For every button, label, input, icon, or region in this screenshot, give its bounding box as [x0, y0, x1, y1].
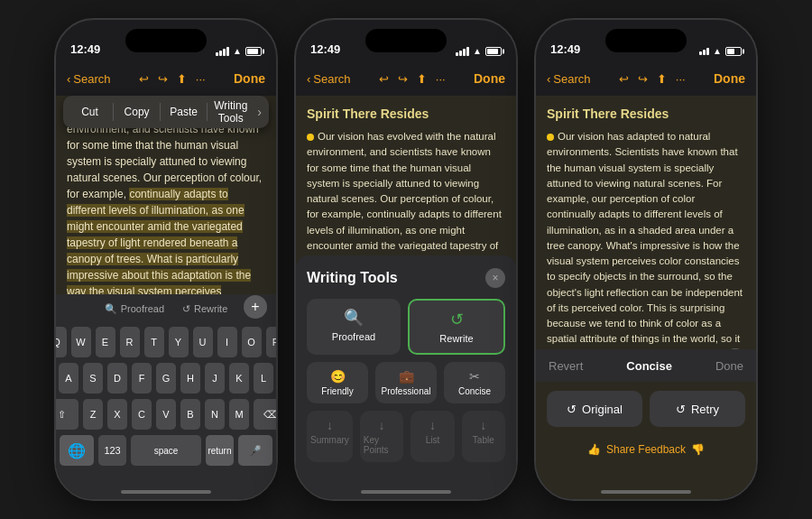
history-back-icon[interactable]: ↩: [139, 72, 149, 86]
proofread-button[interactable]: 🔍 Proofread: [105, 303, 164, 315]
key-k[interactable]: K: [229, 363, 249, 394]
key-p[interactable]: P: [266, 327, 277, 357]
time-3: 12:49: [550, 42, 580, 56]
key-t[interactable]: T: [144, 327, 164, 357]
kbd-row-2: A S D F G H J K L: [60, 363, 272, 394]
rewrite-wt-button[interactable]: ↺ Rewrite: [408, 299, 505, 355]
writing-tools-button[interactable]: Writing Tools: [208, 96, 254, 128]
key-x[interactable]: X: [107, 399, 127, 430]
status-icons-3: ▲: [699, 46, 742, 56]
delete-key[interactable]: ⌫: [254, 399, 276, 430]
kbd-row-4: 🌐 123 space return 🎤: [60, 435, 272, 466]
key-n[interactable]: N: [205, 399, 225, 430]
thumbs-down-icon[interactable]: 👎: [691, 443, 705, 456]
nav-bar-1: ‹ Search ↩ ↪ ⬆ ··· Done: [56, 61, 276, 96]
copy-button[interactable]: Copy: [114, 102, 160, 122]
back-button-2[interactable]: ‹ Search: [307, 72, 351, 86]
key-f[interactable]: F: [132, 363, 152, 394]
key-w[interactable]: W: [71, 327, 91, 357]
done-button-1[interactable]: Done: [234, 71, 265, 86]
return-key[interactable]: return: [206, 435, 234, 466]
professional-button[interactable]: 💼 Professional: [375, 362, 437, 403]
space-key[interactable]: space: [131, 435, 201, 466]
table-icon: ↓: [480, 418, 486, 432]
back-button-1[interactable]: ‹ Search: [67, 72, 111, 86]
original-label: Original: [582, 403, 623, 416]
key-v[interactable]: V: [156, 399, 176, 430]
done-button-2[interactable]: Done: [474, 71, 505, 86]
key-o[interactable]: O: [242, 327, 262, 357]
key-b[interactable]: B: [180, 399, 200, 430]
status-icons-1: ▲: [216, 46, 262, 56]
key-h[interactable]: H: [180, 363, 200, 394]
key-a[interactable]: A: [59, 363, 78, 394]
key-m[interactable]: M: [229, 399, 249, 430]
key-j[interactable]: J: [205, 363, 225, 394]
done-option[interactable]: Done: [715, 359, 743, 373]
signal-icon-3: [699, 48, 709, 55]
concise-option[interactable]: Concise: [626, 359, 672, 373]
key-g[interactable]: G: [156, 363, 176, 394]
key-q[interactable]: Q: [56, 327, 67, 357]
rewrite-button-toolbar[interactable]: ↺ Rewrite: [182, 303, 227, 315]
proofread-wt-icon: 🔍: [344, 308, 364, 328]
mic-key[interactable]: 🎤: [238, 435, 272, 466]
history-fwd-icon-2[interactable]: ↪: [398, 72, 408, 86]
history-fwd-icon-3[interactable]: ↪: [638, 72, 648, 86]
more-icon-3[interactable]: ···: [676, 72, 686, 86]
table-button[interactable]: ↓ Table: [462, 411, 505, 462]
plus-button-1[interactable]: +: [244, 295, 267, 319]
notes-content-3: Spirit There Resides Our vision has adap…: [536, 96, 756, 499]
key-y[interactable]: Y: [169, 327, 189, 357]
revert-option[interactable]: Revert: [549, 359, 583, 373]
more-icon-1[interactable]: ···: [196, 72, 206, 86]
original-button[interactable]: ↺ Original: [547, 391, 642, 427]
table-label: Table: [473, 435, 494, 445]
history-back-icon-3[interactable]: ↩: [619, 72, 629, 86]
rewrite-wt-icon: ↺: [450, 310, 464, 329]
num-key[interactable]: 123: [98, 435, 126, 466]
summary-icon: ↓: [327, 418, 333, 432]
writing-tools-close[interactable]: ×: [485, 268, 505, 288]
feedback-row: 👍 Share Feedback 👎: [536, 443, 756, 456]
key-points-button[interactable]: ↓ Key Points: [360, 411, 403, 462]
done-button-3[interactable]: Done: [714, 71, 745, 86]
share-icon-1[interactable]: ⬆: [177, 72, 187, 86]
signal-icon-1: [216, 47, 229, 56]
key-i[interactable]: I: [217, 327, 237, 357]
summary-button[interactable]: ↓ Summary: [307, 411, 353, 462]
cut-button[interactable]: Cut: [67, 102, 113, 122]
key-e[interactable]: E: [96, 327, 115, 357]
list-button[interactable]: ↓ List: [411, 411, 454, 462]
emoji-key[interactable]: 🌐: [60, 435, 94, 466]
dynamic-island-1: [125, 29, 207, 52]
context-arrow: ›: [254, 105, 265, 119]
retry-button[interactable]: ↺ Retry: [650, 391, 745, 427]
paste-button[interactable]: Paste: [161, 102, 207, 122]
key-s[interactable]: S: [83, 363, 103, 394]
concise-label: Concise: [458, 386, 491, 396]
key-c[interactable]: C: [132, 399, 152, 430]
kbd-row-3: ⇧ Z X C V B N M ⌫: [60, 399, 272, 430]
key-l[interactable]: L: [254, 363, 273, 394]
battery-2: [485, 47, 502, 56]
key-points-icon: ↓: [379, 418, 385, 432]
back-button-3[interactable]: ‹ Search: [547, 72, 591, 86]
more-icon-2[interactable]: ···: [436, 72, 446, 86]
key-z[interactable]: Z: [83, 399, 103, 430]
kbd-row-1: Q W E R T Y U I O P: [60, 327, 272, 357]
friendly-button[interactable]: 😊 Friendly: [307, 362, 368, 403]
history-back-icon-2[interactable]: ↩: [379, 72, 389, 86]
key-u[interactable]: U: [193, 327, 213, 357]
key-d[interactable]: D: [107, 363, 127, 394]
shift-key[interactable]: ⇧: [56, 399, 78, 430]
share-feedback-label[interactable]: Share Feedback: [606, 443, 686, 456]
proofread-wt-button[interactable]: 🔍 Proofread: [307, 299, 401, 355]
time-2: 12:49: [310, 42, 340, 56]
thumbs-up-icon[interactable]: 👍: [587, 443, 601, 456]
key-r[interactable]: R: [120, 327, 140, 357]
history-fwd-icon[interactable]: ↪: [158, 72, 168, 86]
share-icon-3[interactable]: ⬆: [657, 72, 667, 86]
concise-button[interactable]: ✂ Concise: [444, 362, 505, 403]
share-icon-2[interactable]: ⬆: [417, 72, 427, 86]
